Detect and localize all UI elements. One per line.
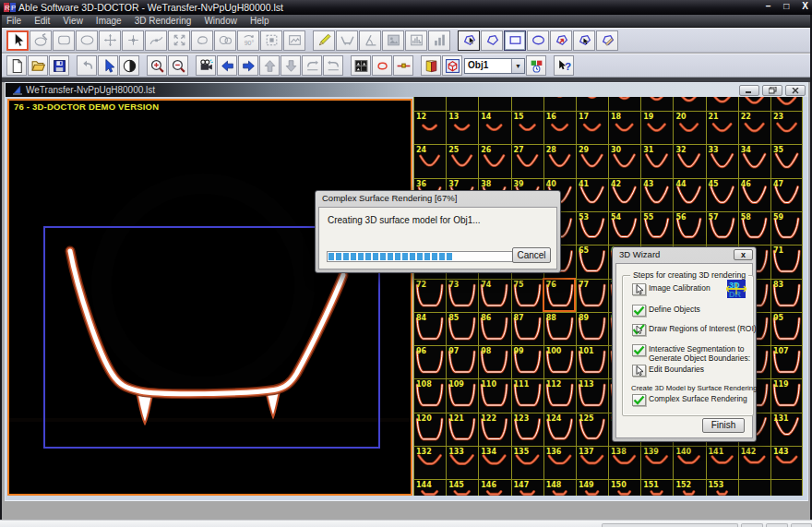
pointer-button[interactable] [98, 55, 118, 76]
maximize-button[interactable]: □ [783, 1, 789, 11]
slice-cell-27[interactable]: 27 [511, 144, 543, 177]
child-minimize-button[interactable] [739, 85, 759, 96]
image-frame-button[interactable] [283, 30, 305, 51]
slice-cell-54[interactable]: 54 [608, 211, 640, 245]
slice-cell-57[interactable]: 57 [706, 211, 738, 245]
bar-chart-button[interactable] [428, 30, 450, 51]
polygon-pencil-button[interactable] [596, 30, 618, 51]
slice-cell[interactable] [413, 97, 446, 111]
move-point-button[interactable] [99, 30, 121, 51]
object-combo[interactable]: Obj1▼ [464, 58, 525, 74]
slice-cell-111[interactable]: 111 [511, 378, 543, 412]
slice-cell-23[interactable]: 23 [770, 111, 803, 144]
slice-cell-133[interactable]: 133 [446, 446, 478, 479]
slice-view-panel[interactable]: 76 - 3D-DOCTOR DEMO VERSION [7, 99, 412, 496]
slice-cell-121[interactable]: 121 [446, 413, 478, 446]
close-button[interactable]: X [802, 1, 808, 11]
trace-region-button[interactable] [191, 30, 213, 51]
select-arrow-button[interactable] [6, 30, 29, 51]
slice-cell-101[interactable]: 101 [576, 345, 608, 378]
polygon-roi-button[interactable] [481, 30, 503, 51]
slice-cell-25[interactable]: 25 [446, 144, 478, 177]
slice-cell-85[interactable]: 85 [446, 312, 478, 345]
slice-cell-100[interactable]: 100 [543, 345, 576, 378]
add-point-button[interactable] [122, 30, 144, 51]
profile-tool-button[interactable] [336, 30, 358, 51]
menu-view[interactable]: View [56, 15, 90, 28]
slice-cell-136[interactable]: 136 [543, 446, 576, 479]
contrast-button[interactable] [119, 55, 139, 76]
slice-cell-131[interactable]: 131 [770, 413, 803, 446]
child-title-bar[interactable]: WeTransfer-NvPpUgH80000.lst [5, 82, 808, 97]
slice-cell-72[interactable]: 72 [413, 279, 446, 312]
cancel-button[interactable]: Cancel [512, 247, 551, 263]
slice-cell-152[interactable]: 152 [673, 479, 705, 496]
slice-cell-71[interactable]: 71 [770, 245, 803, 278]
slice-cell-33[interactable]: 33 [706, 144, 738, 177]
slice-cell-18[interactable]: 18 [608, 111, 640, 144]
wizard-step-final-icon[interactable] [632, 394, 646, 406]
rounded-rect-button[interactable] [53, 30, 75, 51]
slice-cell-19[interactable]: 19 [640, 111, 673, 144]
slice-cell-12[interactable]: 12 [413, 111, 446, 144]
arrow-up-button[interactable] [259, 55, 280, 76]
polygon-select-button[interactable] [458, 30, 480, 51]
progress-dialog-title[interactable]: Complex Surface Rendering [67%] [316, 191, 560, 206]
title-bar[interactable]: RP Able Software 3D-DOCTOR - WeTransfer-… [0, 0, 812, 15]
slice-cell-112[interactable]: 112 [543, 378, 576, 412]
slice-cell[interactable] [738, 97, 770, 111]
slice-cell-20[interactable]: 20 [673, 111, 705, 144]
slice-cell-24[interactable]: 24 [413, 144, 446, 177]
slice-cell[interactable] [640, 97, 673, 111]
rectangle-roi-button[interactable] [504, 30, 526, 51]
slice-cell-32[interactable]: 32 [673, 144, 705, 177]
montage-button[interactable] [351, 55, 371, 76]
slice-cell-15[interactable]: 15 [511, 111, 543, 144]
menu-file[interactable]: File [0, 15, 28, 28]
slice-cell-122[interactable]: 122 [478, 413, 510, 446]
slice-cell-140[interactable]: 140 [673, 446, 705, 479]
slice-cell-135[interactable]: 135 [511, 446, 543, 479]
slice-cell-30[interactable]: 30 [608, 144, 640, 177]
slice-cell[interactable] [478, 97, 510, 111]
frame-tool-button[interactable] [260, 30, 282, 51]
child-restore-button[interactable] [762, 85, 782, 96]
cube-3d-button[interactable] [442, 55, 462, 76]
slice-cell-73[interactable]: 73 [446, 279, 478, 312]
line-node-button[interactable] [393, 55, 413, 76]
slice-cell-109[interactable]: 109 [446, 378, 478, 412]
expand-arrows-button[interactable] [168, 30, 190, 51]
zoom-in-button[interactable] [147, 55, 167, 76]
slice-cell-88[interactable]: 88 [543, 312, 576, 345]
slice-cell-59[interactable]: 59 [770, 211, 803, 245]
slice-cell-98[interactable]: 98 [478, 345, 510, 378]
slice-cell-83[interactable]: 83 [770, 279, 803, 312]
ellipse-roi-button[interactable] [527, 30, 549, 51]
save-button[interactable] [49, 55, 69, 76]
arrow-left-button[interactable] [217, 55, 237, 76]
slice-cell-124[interactable]: 124 [543, 413, 576, 446]
polygon-arrow-button[interactable] [573, 30, 595, 51]
merge-circles-button[interactable] [214, 30, 236, 51]
measure-pencil-button[interactable] [313, 30, 335, 51]
image-view-button[interactable] [382, 30, 404, 51]
open-folder-button[interactable] [28, 55, 48, 76]
angle-tool-button[interactable] [359, 30, 381, 51]
redo-curve-button[interactable] [323, 55, 343, 76]
menu-edit[interactable]: Edit [28, 15, 56, 28]
arrow-right-button[interactable] [238, 55, 258, 76]
slice-cell-41[interactable]: 41 [576, 178, 608, 211]
slice-cell-147[interactable]: 147 [511, 479, 543, 496]
slice-cell[interactable] [770, 97, 803, 111]
histogram-view-button[interactable] [405, 30, 427, 51]
slice-cell-144[interactable]: 144 [413, 479, 446, 496]
rotate-90-button[interactable]: 90° [237, 30, 259, 51]
slice-cell[interactable] [543, 97, 576, 111]
slice-cell-125[interactable]: 125 [576, 413, 608, 446]
slice-cell-14[interactable]: 14 [478, 111, 510, 144]
color-book-button[interactable] [421, 55, 441, 76]
slice-cell-150[interactable]: 150 [608, 479, 640, 496]
slice-cell-55[interactable]: 55 [640, 211, 673, 245]
slice-cell-142[interactable]: 142 [738, 446, 770, 479]
slice-cell-28[interactable]: 28 [543, 144, 576, 177]
